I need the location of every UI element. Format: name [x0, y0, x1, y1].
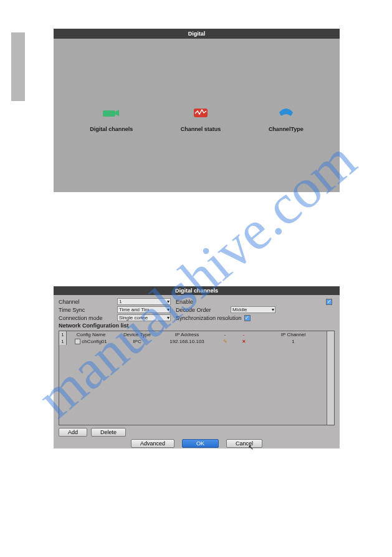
digital-panel: Digital Digital channels Channel status … [54, 29, 340, 192]
advanced-button[interactable]: Advanced [131, 439, 174, 448]
dialog-buttons: Advanced OK Cancel [54, 439, 340, 448]
table-row[interactable]: 1 chConfig01 IPC 192.168.10.103 ✎ ✕ 1 [59, 338, 334, 345]
col-ip: IP Address [159, 332, 215, 337]
status-icon [192, 107, 209, 119]
conn-select[interactable]: Single conne▾ [117, 314, 171, 321]
row-type: IPC [115, 339, 159, 344]
channel-select[interactable]: 1▾ [117, 298, 171, 305]
row-buttons: Add Delete [59, 428, 335, 437]
chevron-down-icon: ▾ [167, 299, 170, 304]
list-heading: Network Configuration list [59, 322, 335, 329]
dialog-title: Digital channels [54, 286, 340, 295]
col-count: 1 [59, 331, 67, 338]
decode-label: Decode Order [176, 307, 228, 313]
scrollbar[interactable] [327, 331, 334, 425]
decode-select[interactable]: Middle▾ [231, 306, 275, 313]
nav-channel-type[interactable]: ChannelType [269, 107, 304, 132]
nav-label: Channel status [181, 126, 221, 132]
chevron-down-icon: ▾ [272, 307, 275, 312]
sidebar-tab [11, 32, 25, 101]
panel-title: Digital [54, 29, 340, 39]
row-checkbox[interactable] [75, 339, 80, 344]
enable-label: Enable [176, 299, 228, 305]
phone-icon [277, 107, 295, 119]
nav-row: Digital channels Channel status ChannelT… [54, 107, 340, 132]
row-ch: 1 [252, 339, 334, 344]
sync-label: Synchronization resolution [176, 315, 242, 321]
col-name: Config Name [67, 332, 115, 337]
table-header: 1 Config Name Device Type IP Address - -… [59, 331, 334, 338]
col-ch: IP Channel [252, 332, 334, 337]
conn-label: Connection mode [59, 315, 115, 321]
form-area: Channel 1▾ Enable ✓ Time Sync Time and T… [54, 295, 340, 331]
nav-digital-channels[interactable]: Digital channels [90, 107, 133, 132]
camera-icon [103, 107, 120, 119]
add-button[interactable]: Add [59, 428, 87, 437]
row-idx: 1 [59, 338, 67, 345]
chevron-down-icon: ▾ [167, 307, 170, 312]
nav-label: ChannelType [269, 126, 304, 132]
config-table: 1 Config Name Device Type IP Address - -… [59, 331, 335, 425]
chevron-down-icon: ▾ [167, 315, 170, 321]
sync-checkbox[interactable]: ✓ [244, 315, 251, 321]
edit-icon[interactable]: ✎ [215, 339, 235, 344]
enable-checkbox[interactable]: ✓ [326, 299, 332, 305]
cancel-button[interactable]: Cancel [226, 439, 262, 448]
ok-button[interactable]: OK [182, 439, 219, 448]
row-name: chConfig01 [67, 339, 115, 344]
col-type: Device Type [115, 332, 159, 337]
digital-channels-dialog: Digital channels Channel 1▾ Enable ✓ Tim… [54, 286, 340, 448]
nav-label: Digital channels [90, 126, 133, 132]
timesync-select[interactable]: Time and Tim▾ [117, 306, 171, 313]
row-ip: 192.168.10.103 [159, 339, 215, 344]
timesync-label: Time Sync [59, 307, 115, 313]
col-edit: - [215, 332, 235, 337]
channel-label: Channel [59, 299, 115, 305]
delete-button[interactable]: Delete [91, 428, 126, 437]
delete-icon[interactable]: ✕ [235, 339, 252, 344]
nav-channel-status[interactable]: Channel status [181, 107, 221, 132]
col-del: - [235, 332, 252, 337]
